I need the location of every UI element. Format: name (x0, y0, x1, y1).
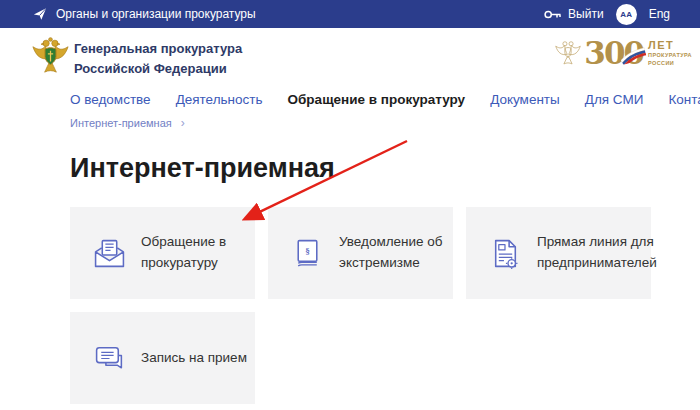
cards-row-2: Запись на прием (70, 312, 255, 404)
card-appointment[interactable]: Запись на прием (70, 312, 255, 404)
avatar[interactable]: АА (616, 4, 637, 25)
card-business-hotline[interactable]: Прямая линия для предпринимателей (466, 207, 651, 299)
nav-item-media[interactable]: Для СМИ (585, 92, 644, 107)
anniversary-eagle-icon (553, 36, 583, 70)
breadcrumb[interactable]: Интернет-приемная › (70, 117, 185, 129)
anniversary-sub-line1: ПРОКУРАТУРА (648, 52, 692, 59)
anniversary-sub-line2: РОССИИ (648, 60, 692, 67)
logout-button[interactable]: Выйти (544, 7, 604, 21)
prosecutor-emblem-logo (29, 35, 72, 78)
card-label: Запись на прием (141, 348, 255, 369)
breadcrumb-current: Интернет-приемная (70, 117, 172, 129)
key-icon (544, 9, 562, 20)
nav-item-contacts[interactable]: Контакты (668, 92, 700, 107)
law-book-icon: § (291, 237, 324, 270)
anniversary-caption: ЛЕТ ПРОКУРАТУРА РОССИИ (648, 39, 692, 67)
language-switch[interactable]: Eng (649, 7, 670, 21)
chevron-right-icon: › (181, 117, 185, 129)
site-title-line2: Российской Федерации (74, 59, 242, 79)
site-title-line1: Генеральная прокуратура (74, 39, 242, 59)
avatar-initials: АА (620, 10, 632, 19)
anniversary-years-label: ЛЕТ (648, 39, 692, 51)
card-extremism-notice[interactable]: § Уведомление об экстремизме (268, 207, 453, 299)
top-bar: Органы и организации прокуратуры Выйти А… (0, 0, 700, 28)
cards-row-1: Обращение в прокуратуру § Уведомление об… (70, 207, 651, 299)
main-nav: О ведомстве Деятельность Обращение в про… (70, 86, 670, 112)
org-structure-label: Органы и организации прокуратуры (56, 7, 256, 21)
card-label: Уведомление об экстремизме (339, 232, 453, 274)
anniversary-badge: 300 ЛЕТ ПРОКУРАТУРА РОССИИ (553, 36, 692, 70)
svg-text:§: § (305, 246, 310, 256)
document-gear-icon (489, 237, 522, 270)
nav-item-appeal[interactable]: Обращение в прокуратуру (288, 92, 466, 107)
nav-item-activity[interactable]: Деятельность (176, 92, 263, 107)
anniversary-number: 300 (584, 38, 643, 69)
logout-label: Выйти (568, 7, 604, 21)
org-structure-link[interactable]: Органы и организации прокуратуры (33, 7, 256, 21)
card-appeal-to-prosecutor[interactable]: Обращение в прокуратуру (70, 207, 255, 299)
site-header: Генеральная прокуратура Российской Федер… (0, 28, 700, 85)
nav-item-about[interactable]: О ведомстве (70, 92, 151, 107)
card-label: Прямая линия для предпринимателей (537, 232, 657, 274)
chat-icon (93, 342, 126, 375)
nav-item-documents[interactable]: Документы (490, 92, 560, 107)
card-label: Обращение в прокуратуру (141, 232, 255, 274)
send-icon (33, 7, 47, 21)
envelope-icon (93, 237, 126, 270)
page-title: Интернет-приемная (70, 153, 335, 184)
top-bar-right: Выйти АА Eng (544, 4, 670, 25)
site-title[interactable]: Генеральная прокуратура Российской Федер… (74, 39, 242, 78)
